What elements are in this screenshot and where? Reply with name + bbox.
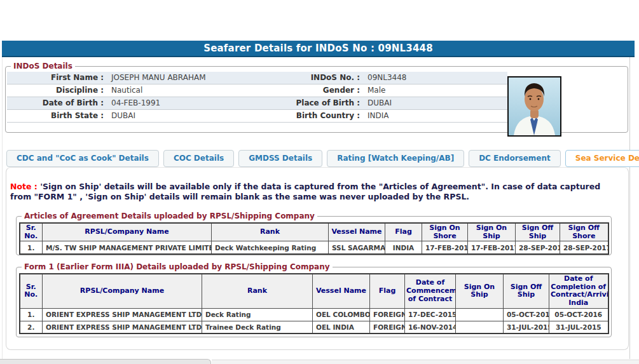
col-flag: Flag [385, 223, 422, 241]
indos-row-2: Discipline : Nautical Gender : Male [7, 84, 507, 97]
form1-header-row: Sr. No. RPSL/Company Name Rank Vessel Na… [20, 274, 608, 308]
table-row: 1. M/S. TW SHIP MANAGEMENT PRIVATE LIMIT… [20, 241, 608, 254]
cell-vessel: SSL SAGARMALA [329, 241, 385, 254]
cell-sign-on-shore: 17-FEB-2017 [422, 241, 468, 254]
cell-rank: Deck Watchkeeping Rating [212, 241, 329, 254]
tab-cdc-coc-as-cook-details[interactable]: CDC and "CoC as Cook" Details [6, 150, 159, 167]
col-sr-no: Sr. No. [20, 274, 43, 308]
col-sign-off-shore: Sign Off Shore [560, 223, 608, 241]
articles-of-agreement-fieldset: Articles of Agreement Details uploaded b… [16, 212, 612, 255]
cell-rank: Trainee Deck Rating [202, 321, 313, 334]
cell-vessel: OEL COLOMBO [313, 308, 370, 321]
birth-country-label: Birth Country : [263, 110, 364, 122]
col-sign-on-ship: Sign On Ship [456, 274, 504, 308]
cell-sr-no: 1. [20, 241, 43, 254]
note-prefix: Note : [10, 182, 38, 191]
indos-no-label: INDoS No. : [263, 72, 364, 84]
discipline-value: Nautical [107, 84, 263, 97]
col-sr-no: Sr. No. [20, 223, 43, 241]
articles-of-agreement-legend: Articles of Agreement Details uploaded b… [22, 212, 317, 220]
note-text: Note : 'Sign on Ship' details will be av… [10, 182, 619, 202]
indos-details-fieldset: INDoS Details First Name : JOSEPH MANU A… [5, 62, 628, 133]
discipline-label: Discipline : [7, 84, 107, 97]
indos-row-3: Date of Birth : 04-FEB-1991 Place of Bir… [7, 97, 507, 110]
col-sign-off-ship: Sign Off Ship [504, 274, 549, 308]
col-rank: Rank [212, 223, 329, 241]
col-sign-off-ship: Sign Off Ship [516, 223, 560, 241]
cell-sign-off-ship: 28-SEP-2017 [516, 241, 560, 254]
indos-no-value: 09NL3448 [364, 72, 507, 84]
cell-date-completion: 31-JUL-2015 [549, 321, 608, 334]
cell-company: M/S. TW SHIP MANAGEMENT PRIVATE LIMITED [43, 241, 212, 254]
table-row: 1. ORIENT EXPRESS SHIP MANAGEMENT LTD., … [20, 308, 608, 321]
indos-details-rows: First Name : JOSEPH MANU ABRAHAM INDoS N… [7, 72, 507, 123]
col-rpsl-company-name: RPSL/Company Name [43, 223, 212, 241]
indos-row-1: First Name : JOSEPH MANU ABRAHAM INDoS N… [7, 72, 507, 84]
cell-flag: FOREIGN [370, 321, 405, 334]
cell-vessel: OEL INDIA [313, 321, 370, 334]
col-rank: Rank [202, 274, 313, 308]
cell-sign-on-ship: 17-FEB-2017 [468, 241, 516, 254]
cell-sr-no: 1. [20, 308, 43, 321]
cell-sign-off-ship: 05-OCT-2016 [504, 308, 549, 321]
tab-coc-details[interactable]: COC Details [163, 150, 234, 167]
table-row: 2. ORIENT EXPRESS SHIP MANAGEMENT LTD., … [20, 321, 608, 334]
gender-value: Male [364, 84, 507, 97]
cell-date-completion: 05-OCT-2016 [549, 308, 608, 321]
tab-strip: CDC and "CoC as Cook" Details COC Detail… [6, 150, 626, 167]
col-sign-on-shore: Sign On Shore [422, 223, 468, 241]
cell-company: ORIENT EXPRESS SHIP MANAGEMENT LTD., MUM… [43, 321, 202, 334]
col-rpsl-company-name: RPSL/Company Name [43, 274, 202, 308]
cell-sr-no: 2. [20, 321, 43, 334]
cell-company: ORIENT EXPRESS SHIP MANAGEMENT LTD., MUM… [43, 308, 202, 321]
birth-state-value: DUBAI [107, 110, 263, 122]
tab-sea-service-details[interactable]: Sea Service Details [565, 150, 639, 167]
birth-state-label: Birth State : [7, 110, 107, 122]
gender-label: Gender : [263, 84, 364, 97]
page-title: Seafarer Details for INDoS No : 09NL3448 [2, 41, 635, 57]
tab-rating-watch-keeping-ab[interactable]: Rating [Watch Keeping/AB] [327, 150, 464, 167]
col-vessel-name: Vessel Name [313, 274, 370, 308]
tab-gmdss-details[interactable]: GMDSS Details [238, 150, 322, 167]
date-of-birth-value: 04-FEB-1991 [107, 97, 263, 109]
form1-details-fieldset: Form 1 (Earlier Form IIIA) Details uploa… [16, 262, 612, 337]
seafarer-photo [507, 76, 561, 137]
col-vessel-name: Vessel Name [329, 223, 385, 241]
articles-header-row: Sr. No. RPSL/Company Name Rank Vessel Na… [20, 223, 608, 241]
form1-details-table: Sr. No. RPSL/Company Name Rank Vessel Na… [19, 273, 609, 334]
note-body: 'Sign on Ship' details will be available… [10, 182, 600, 201]
cell-flag: INDIA [385, 241, 422, 254]
col-date-commencement: Date of Commencement of Contract [405, 274, 456, 308]
indos-details-legend: INDoS Details [11, 62, 75, 71]
seafarer-details-page: { "header": { "title": "Seafarer Details… [0, 0, 639, 364]
cell-rank: Deck Rating [202, 308, 313, 321]
cell-date-commencement: 17-DEC-2015 [405, 308, 456, 321]
date-of-birth-label: Date of Birth : [7, 97, 107, 109]
cell-sign-on-ship [456, 308, 504, 321]
cell-sign-on-ship [456, 321, 504, 334]
cell-sign-off-shore: 28-SEP-2017 [560, 241, 608, 254]
first-name-label: First Name : [7, 72, 107, 84]
place-of-birth-value: DUBAI [364, 97, 507, 109]
col-date-completion: Date of Completion of Contract/Arriving … [549, 274, 608, 308]
col-sign-on-ship: Sign On Ship [468, 223, 516, 241]
place-of-birth-label: Place of Birth : [263, 97, 364, 109]
bottom-status-bar-right [212, 360, 639, 364]
bottom-status-bar-left [0, 359, 211, 364]
birth-country-value: INDIA [364, 110, 507, 122]
form1-details-legend: Form 1 (Earlier Form IIIA) Details uploa… [22, 262, 333, 271]
col-flag: Flag [370, 274, 405, 308]
cell-flag: FOREIGN [370, 308, 405, 321]
articles-of-agreement-table: Sr. No. RPSL/Company Name Rank Vessel Na… [19, 222, 609, 255]
tab-dc-endorsement[interactable]: DC Endorsement [469, 150, 561, 167]
cell-sign-off-ship: 31-JUL-2015 [504, 321, 549, 334]
cell-date-commencement: 16-NOV-2014 [405, 321, 456, 334]
indos-row-4: Birth State : DUBAI Birth Country : INDI… [7, 110, 507, 123]
first-name-value: JOSEPH MANU ABRAHAM [107, 72, 263, 84]
